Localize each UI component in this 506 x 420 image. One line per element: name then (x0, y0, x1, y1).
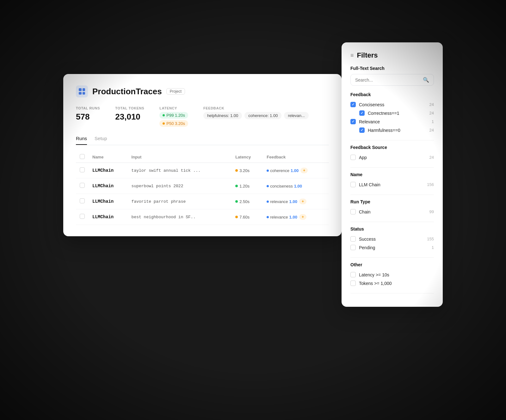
p50-dot (163, 122, 165, 125)
filter-label: Pending (359, 245, 375, 250)
p99-dot (163, 114, 165, 116)
full-text-search-label: Full-Text Search (350, 66, 434, 71)
filter-divider (350, 257, 434, 258)
filter-label: LLM Chain (359, 182, 380, 187)
filter-item: App 24 (350, 153, 434, 162)
filter-count: 99 (429, 209, 434, 214)
card-header: ProductionTraces Project (76, 85, 329, 97)
filter-item: Chain 99 (350, 207, 434, 216)
feedback-dot-2 (267, 201, 269, 203)
row-feedback-3: relevance 1.00 + (263, 209, 329, 225)
filter-section-feedback-source: Feedback Source App 24 (350, 145, 434, 162)
filter-divider (350, 167, 434, 168)
filter-label: Relevance (359, 119, 380, 124)
filter-checkbox[interactable] (350, 236, 356, 242)
feedback-tag-relevance: relevan... (284, 112, 308, 119)
project-title: ProductionTraces (92, 87, 162, 96)
section-title: Feedback Source (350, 145, 434, 150)
more-badge-0: + (300, 168, 308, 173)
feedback-item-1: conciseness 1.00 (267, 184, 302, 188)
p99-pill: P99 1.20s (159, 112, 188, 119)
row-checkbox-3[interactable] (80, 214, 85, 219)
filter-item: Correctness==1 24 (350, 109, 434, 117)
section-title: Feedback (350, 92, 434, 97)
filter-checkbox[interactable] (350, 182, 356, 187)
feedback-label: FEEDBACK (203, 106, 309, 110)
total-tokens-stat: TOTAL TOKENS 23,010 (115, 106, 144, 122)
grid-icon (79, 88, 85, 95)
filter-label: Success (359, 237, 376, 242)
row-checkbox-2[interactable] (80, 198, 85, 203)
tab-setup[interactable]: Setup (95, 136, 107, 145)
more-badge-2: + (299, 199, 306, 204)
filter-item: LLM Chain 156 (350, 180, 434, 189)
filter-item: Harmfulness==0 24 (350, 126, 434, 134)
row-checkbox-0[interactable] (80, 167, 85, 172)
p99-label: P99 1.20s (166, 113, 185, 118)
filter-checkbox[interactable] (350, 281, 356, 286)
total-runs-label: TOTAL RUNS (76, 106, 100, 110)
filter-checkbox[interactable] (350, 155, 356, 160)
latency-label: LATENCY (159, 106, 188, 110)
filter-count: 24 (429, 155, 434, 160)
feedback-item-0: coherence 1.00 (267, 168, 299, 173)
row-input-3: best neighbourhood in SF.. (128, 209, 232, 225)
filter-checkbox[interactable] (359, 127, 365, 133)
filter-checkbox[interactable] (350, 119, 356, 124)
filter-item: Pending 1 (350, 243, 434, 252)
filter-checkbox[interactable] (350, 209, 356, 214)
more-badge-3: + (299, 214, 306, 220)
filter-count: 155 (427, 237, 434, 241)
filter-section-run-type: Run Type Chain 99 (350, 199, 434, 216)
row-feedback-2: relevance 1.00 + (263, 194, 329, 209)
table-row: LLMChain best neighbourhood in SF.. 7.60… (76, 209, 329, 225)
latency-stat: LATENCY P99 1.20s P50 3.20s (159, 106, 188, 127)
section-title: Other (350, 262, 434, 267)
table-row: LLMChain favorite parrot phrase 2.50s re… (76, 194, 329, 209)
feedback-dot-3 (267, 216, 269, 218)
feedback-tag-helpfulness: helpfulness: 1.00 (203, 112, 242, 119)
filter-checkbox[interactable] (350, 102, 356, 107)
col-latency: Latency (231, 151, 263, 163)
filter-checkbox[interactable] (350, 245, 356, 250)
filter-label: Conciseness (359, 102, 384, 107)
header-checkbox[interactable] (80, 154, 85, 159)
row-input-2: favorite parrot phrase (128, 194, 232, 209)
feedback-stat: FEEDBACK helpfulness: 1.00 coherence: 1.… (203, 106, 309, 119)
filter-item: Relevance 1 (350, 117, 434, 126)
search-icon[interactable]: 🔍 (423, 77, 429, 83)
filter-divider (350, 195, 434, 195)
row-checkbox-1[interactable] (80, 183, 85, 188)
filter-label: App (359, 155, 367, 160)
total-runs-value: 578 (76, 112, 100, 122)
table-row: LLMChain superbowl points 2022 1.20s con… (76, 178, 329, 194)
runs-table: Name Input Latency Feedback LLMChain tay… (76, 151, 329, 225)
search-input[interactable] (355, 77, 420, 83)
filters-title: Filters (357, 51, 378, 59)
section-title: Run Type (350, 199, 434, 204)
filter-section-other: Other Latency >= 10s Tokens >= 1,000 (350, 262, 434, 287)
row-input-1: superbowl points 2022 (128, 178, 232, 194)
feedback-item-3: relevance 1.00 (267, 215, 297, 219)
latency-dot-0 (235, 169, 238, 172)
filter-item: Latency >= 10s (350, 270, 434, 279)
filter-section-status: Status Success 155 Pending 1 (350, 226, 434, 252)
row-latency-3: 7.60s (231, 209, 263, 225)
feedback-dot-0 (267, 170, 269, 172)
feedback-item-2: relevance 1.00 (267, 199, 297, 204)
filter-checkbox[interactable] (350, 272, 356, 277)
tab-runs[interactable]: Runs (76, 136, 87, 145)
filter-count: 24 (429, 128, 434, 133)
filter-divider (350, 293, 434, 293)
table-header-row: Name Input Latency Feedback (76, 151, 329, 163)
search-box[interactable]: 🔍 (350, 74, 434, 86)
project-icon (76, 85, 88, 97)
total-tokens-value: 23,010 (115, 112, 144, 122)
filter-count: 1 (432, 119, 434, 124)
latency-pills: P99 1.20s P50 3.20s (159, 112, 188, 127)
filter-checkbox[interactable] (359, 110, 365, 116)
filter-item: Conciseness 24 (350, 100, 434, 109)
feedback-tags: helpfulness: 1.00 coherence: 1.00 releva… (203, 112, 309, 119)
latency-dot-1 (235, 185, 238, 187)
row-name-3: LLMChain (89, 209, 128, 225)
